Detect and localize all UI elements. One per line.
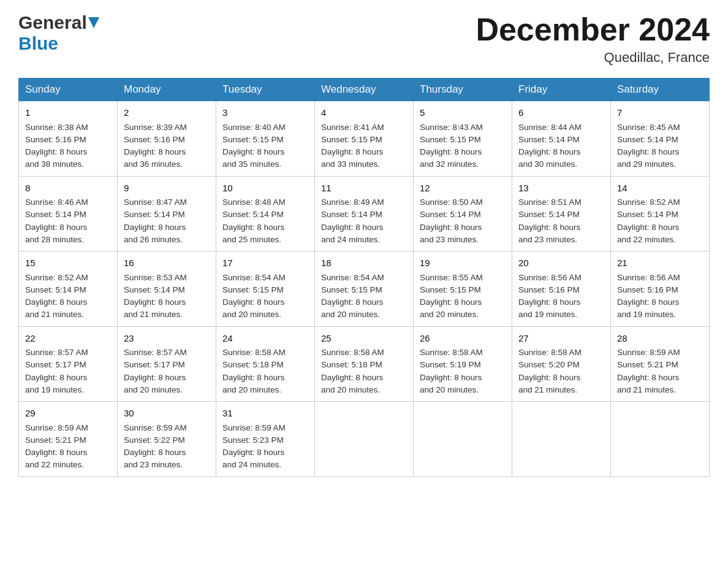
daylight2: and 36 minutes. [124, 159, 183, 169]
sunrise: Sunrise: 8:59 AM [617, 348, 680, 357]
daylight2: and 26 minutes. [124, 235, 183, 244]
calendar-week-row: 29Sunrise: 8:59 AMSunset: 5:21 PMDayligh… [19, 402, 710, 477]
daylight2: and 23 minutes. [420, 235, 479, 244]
sunset: Sunset: 5:14 PM [25, 285, 86, 294]
calendar-cell: 16Sunrise: 8:53 AMSunset: 5:14 PMDayligh… [118, 251, 216, 327]
sunrise: Sunrise: 8:58 AM [222, 348, 286, 357]
calendar-cell [512, 402, 611, 477]
day-number: 5 [420, 106, 506, 120]
daylight: Daylight: 8 hours [321, 373, 383, 382]
calendar-week-row: 22Sunrise: 8:57 AMSunset: 5:17 PMDayligh… [19, 326, 710, 402]
sunset: Sunset: 5:23 PM [222, 435, 284, 445]
sunset: Sunset: 5:14 PM [124, 285, 185, 294]
daylight: Daylight: 8 hours [222, 297, 284, 307]
calendar-cell: 8Sunrise: 8:46 AMSunset: 5:14 PMDaylight… [19, 176, 118, 251]
logo-blue-text: Blue [18, 33, 58, 53]
daylight: Daylight: 8 hours [518, 373, 580, 382]
sunrise: Sunrise: 8:55 AM [420, 273, 483, 282]
day-number: 24 [222, 332, 308, 346]
sunrise: Sunrise: 8:44 AM [518, 123, 582, 132]
daylight2: and 21 minutes. [25, 310, 84, 319]
calendar-cell: 31Sunrise: 8:59 AMSunset: 5:23 PMDayligh… [216, 402, 315, 477]
calendar-day-header: Thursday [414, 79, 512, 101]
day-number: 17 [222, 256, 308, 270]
sunset: Sunset: 5:15 PM [222, 285, 284, 294]
calendar-cell: 24Sunrise: 8:58 AMSunset: 5:18 PMDayligh… [216, 326, 315, 402]
daylight2: and 29 minutes. [617, 159, 676, 169]
sunrise: Sunrise: 8:59 AM [222, 423, 286, 432]
daylight: Daylight: 8 hours [222, 147, 284, 156]
title-area: December 2024 Quedillac, France [476, 12, 710, 66]
calendar-cell: 27Sunrise: 8:58 AMSunset: 5:20 PMDayligh… [512, 326, 611, 402]
calendar-cell: 13Sunrise: 8:51 AMSunset: 5:14 PMDayligh… [512, 176, 611, 251]
day-number: 1 [25, 106, 111, 120]
logo-general-text: General [18, 12, 87, 33]
daylight: Daylight: 8 hours [617, 373, 679, 382]
daylight: Daylight: 8 hours [222, 373, 284, 382]
calendar-cell: 25Sunrise: 8:58 AMSunset: 5:18 PMDayligh… [315, 326, 414, 402]
sunrise: Sunrise: 8:53 AM [124, 273, 187, 282]
calendar-cell: 12Sunrise: 8:50 AMSunset: 5:14 PMDayligh… [414, 176, 512, 251]
daylight: Daylight: 8 hours [222, 223, 284, 232]
daylight2: and 23 minutes. [124, 460, 183, 469]
sunset: Sunset: 5:14 PM [617, 135, 678, 144]
calendar-cell: 26Sunrise: 8:58 AMSunset: 5:19 PMDayligh… [414, 326, 512, 402]
day-number: 8 [25, 182, 111, 196]
calendar-header-row: SundayMondayTuesdayWednesdayThursdayFrid… [19, 79, 710, 101]
sunrise: Sunrise: 8:49 AM [321, 197, 384, 207]
day-number: 23 [124, 332, 210, 346]
sunset: Sunset: 5:14 PM [518, 210, 580, 219]
calendar-cell: 19Sunrise: 8:55 AMSunset: 5:15 PMDayligh… [414, 251, 512, 327]
calendar-cell: 7Sunrise: 8:45 AMSunset: 5:14 PMDaylight… [611, 101, 710, 177]
daylight2: and 20 minutes. [420, 310, 479, 319]
day-number: 31 [222, 407, 308, 421]
daylight2: and 24 minutes. [222, 460, 281, 469]
daylight2: and 38 minutes. [25, 159, 84, 169]
calendar-cell [315, 402, 414, 477]
day-number: 14 [617, 182, 703, 196]
day-number: 26 [420, 332, 506, 346]
daylight: Daylight: 8 hours [420, 373, 482, 382]
day-number: 19 [420, 256, 506, 270]
calendar-cell: 14Sunrise: 8:52 AMSunset: 5:14 PMDayligh… [611, 176, 710, 251]
calendar-cell: 15Sunrise: 8:52 AMSunset: 5:14 PMDayligh… [19, 251, 118, 327]
daylight2: and 20 minutes. [420, 385, 479, 394]
daylight2: and 20 minutes. [321, 385, 380, 394]
day-number: 9 [124, 182, 210, 196]
calendar-cell: 6Sunrise: 8:44 AMSunset: 5:14 PMDaylight… [512, 101, 611, 177]
daylight: Daylight: 8 hours [617, 147, 679, 156]
calendar-week-row: 1Sunrise: 8:38 AMSunset: 5:16 PMDaylight… [19, 101, 710, 177]
day-number: 25 [321, 332, 407, 346]
daylight2: and 30 minutes. [518, 159, 577, 169]
daylight: Daylight: 8 hours [124, 448, 186, 457]
calendar-day-header: Wednesday [315, 79, 414, 101]
daylight: Daylight: 8 hours [124, 223, 186, 232]
day-number: 29 [25, 407, 111, 421]
sunrise: Sunrise: 8:57 AM [124, 348, 187, 357]
daylight2: and 19 minutes. [518, 310, 577, 319]
calendar-day-header: Sunday [19, 79, 118, 101]
calendar-cell: 5Sunrise: 8:43 AMSunset: 5:15 PMDaylight… [414, 101, 512, 177]
daylight: Daylight: 8 hours [222, 448, 284, 457]
sunset: Sunset: 5:16 PM [518, 285, 580, 294]
sunrise: Sunrise: 8:48 AM [222, 197, 286, 207]
daylight2: and 28 minutes. [25, 235, 84, 244]
logo: General Blue [18, 12, 99, 54]
daylight2: and 21 minutes. [518, 385, 577, 394]
sunrise: Sunrise: 8:58 AM [518, 348, 582, 357]
daylight: Daylight: 8 hours [124, 373, 186, 382]
calendar-cell: 28Sunrise: 8:59 AMSunset: 5:21 PMDayligh… [611, 326, 710, 402]
daylight2: and 21 minutes. [124, 310, 183, 319]
daylight: Daylight: 8 hours [25, 147, 87, 156]
daylight: Daylight: 8 hours [420, 297, 482, 307]
daylight: Daylight: 8 hours [321, 147, 383, 156]
calendar-cell: 9Sunrise: 8:47 AMSunset: 5:14 PMDaylight… [118, 176, 216, 251]
month-title: December 2024 [476, 12, 710, 47]
calendar-cell: 11Sunrise: 8:49 AMSunset: 5:14 PMDayligh… [315, 176, 414, 251]
sunrise: Sunrise: 8:50 AM [420, 197, 483, 207]
sunset: Sunset: 5:15 PM [420, 285, 481, 294]
calendar-cell: 17Sunrise: 8:54 AMSunset: 5:15 PMDayligh… [216, 251, 315, 327]
calendar-cell: 1Sunrise: 8:38 AMSunset: 5:16 PMDaylight… [19, 101, 118, 177]
sunrise: Sunrise: 8:59 AM [25, 423, 88, 432]
daylight: Daylight: 8 hours [420, 147, 482, 156]
